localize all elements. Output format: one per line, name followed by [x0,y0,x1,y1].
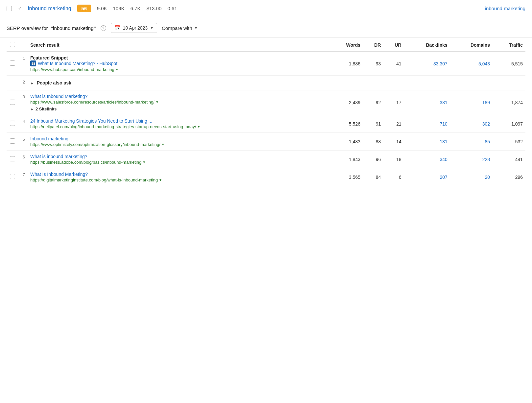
sitelinks-row: ► 2 Sitelinks [30,107,327,111]
compare-with-button[interactable]: Compare with ▼ [162,25,198,31]
url-chevron-icon[interactable]: ▼ [156,100,159,104]
result-title-link[interactable]: 👀 What Is Inbound Marketing? - HubSpot [30,60,327,66]
words-cell: 2,439 [329,90,363,115]
domains-cell[interactable]: 228 [450,151,493,168]
row-check-cell[interactable] [7,151,18,168]
traffic-cell: 532 [493,133,525,151]
stat-kd: 6.7K [131,6,141,11]
col-ur: UR [383,38,404,52]
backlinks-cell[interactable]: 710 [404,115,450,133]
help-icon[interactable]: ? [101,25,106,31]
row-checkbox[interactable] [10,60,15,66]
col-domains: Domains [450,38,493,52]
stat-cps: 0.61 [167,6,177,11]
select-all-checkbox[interactable] [10,42,15,47]
traffic-cell: 1,097 [493,115,525,133]
words-cell: 1,886 [329,52,363,76]
top-bar-keyword[interactable]: inbound marketing [28,6,71,12]
result-url[interactable]: https://neilpatel.com/blog/inbound-marke… [30,124,327,129]
result-url[interactable]: https://www.hubspot.com/inbound-marketin… [30,67,327,72]
result-cell: What Is Inbound Marketing? https://digit… [28,168,329,186]
section-header: SERP overview for "inbound marketing" ? … [0,17,532,38]
table-row: 1 Featured Snippet 👀 What Is Inbound Mar… [7,52,525,76]
ur-cell: 17 [383,90,404,115]
top-bar-checkbox[interactable] [7,6,12,11]
col-dr: DR [363,38,383,52]
result-cell: Featured Snippet 👀 What Is Inbound Marke… [28,52,329,76]
url-chevron-icon[interactable]: ▼ [159,178,162,182]
result-title-link[interactable]: 24 Inbound Marketing Strategies You Need… [30,118,327,124]
result-cell: 24 Inbound Marketing Strategies You Need… [28,115,329,133]
result-title-link[interactable]: Inbound marketing [30,136,327,141]
table-row: 7 What Is Inbound Marketing? https://dig… [7,168,525,186]
domains-cell[interactable]: 20 [450,168,493,186]
stat-volume: 9.0K [97,6,107,11]
top-bar: ✓ inbound marketing 56 9.0K 109K 6.7K $1… [0,0,532,17]
date-chevron-icon: ▼ [150,26,154,30]
dr-cell: 84 [363,168,383,186]
row-check-cell[interactable] [7,115,18,133]
dr-cell: 92 [363,90,383,115]
domains-cell[interactable]: 5,043 [450,52,493,76]
ur-cell: 14 [383,133,404,151]
traffic-cell: 1,874 [493,90,525,115]
top-bar-compare-keyword[interactable]: inbound marketing [485,6,525,11]
backlinks-cell[interactable]: 340 [404,151,450,168]
table-row: 5 Inbound marketing https://www.optimize… [7,133,525,151]
row-check-cell[interactable] [7,168,18,186]
serp-table: Search result Words DR UR Backlinks Doma… [7,38,525,186]
row-checkbox[interactable] [10,100,15,105]
result-title-link[interactable]: What is Inbound Marketing? [30,94,327,99]
row-number: 1 [18,52,28,76]
traffic-cell: 5,515 [493,52,525,76]
row-checkbox[interactable] [10,174,15,179]
url-chevron-icon[interactable]: ▼ [197,125,200,129]
result-url[interactable]: https://digitalmarketinginstitute.com/bl… [30,178,327,182]
traffic-cell: 441 [493,151,525,168]
ur-cell: 21 [383,115,404,133]
backlinks-cell[interactable]: 207 [404,168,450,186]
result-url[interactable]: https://www.salesforce.com/resources/art… [30,100,327,105]
table-row: 4 24 Inbound Marketing Strategies You Ne… [7,115,525,133]
words-cell: 1,483 [329,133,363,151]
dr-cell: 93 [363,52,383,76]
row-checkbox[interactable] [10,156,15,161]
domains-cell[interactable]: 85 [450,133,493,151]
backlinks-cell[interactable]: 131 [404,133,450,151]
result-cell: What is inbound marketing? https://busin… [28,151,329,168]
backlinks-cell[interactable]: 33,307 [404,52,450,76]
result-url[interactable]: https://www.optimizely.com/optimization-… [30,142,327,147]
url-chevron-icon[interactable]: ▼ [115,68,119,71]
domains-cell[interactable]: 302 [450,115,493,133]
row-checkbox[interactable] [10,121,15,126]
featured-snippet-icon: 👀 [30,60,36,66]
backlinks-cell[interactable]: 331 [404,90,450,115]
row-number: 4 [18,115,28,133]
ur-cell: 6 [383,168,404,186]
calendar-icon: 📅 [114,25,121,31]
top-bar-check-icon: ✓ [18,5,22,12]
row-check-cell[interactable] [7,133,18,151]
dr-cell: 88 [363,133,383,151]
table-row: 2 ► People also ask [7,76,525,90]
result-title-link[interactable]: What is inbound marketing? [30,154,327,159]
row-check-cell[interactable] [7,90,18,115]
domains-cell[interactable]: 189 [450,90,493,115]
table-row: 6 What is inbound marketing? https://bus… [7,151,525,168]
url-chevron-icon[interactable]: ▼ [161,143,165,146]
words-cell: 5,526 [329,115,363,133]
col-words: Words [329,38,363,52]
words-cell: 3,565 [329,168,363,186]
result-cell: Inbound marketing https://www.optimizely… [28,133,329,151]
date-picker[interactable]: 📅 10 Apr 2023 ▼ [111,23,157,33]
row-checkbox[interactable] [10,138,15,144]
sitelinks-expand-icon[interactable]: ► [30,107,34,111]
row-check-cell[interactable] [7,52,18,76]
paa-expand-icon[interactable]: ► [30,81,34,85]
stat-cpc: $13.00 [146,6,161,11]
result-url[interactable]: https://business.adobe.com/blog/basics/i… [30,160,327,165]
col-search-result: Search result [28,38,329,52]
result-title-link[interactable]: What Is Inbound Marketing? [30,172,327,177]
compare-with-label: Compare with [162,25,192,31]
url-chevron-icon[interactable]: ▼ [142,160,146,164]
